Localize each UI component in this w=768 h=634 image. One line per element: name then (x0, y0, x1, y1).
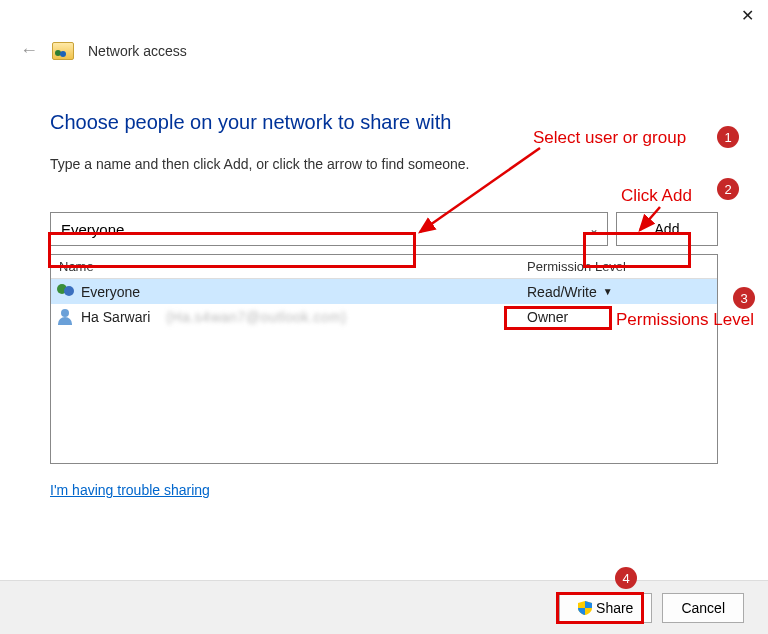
chevron-down-icon[interactable]: ⌄ (579, 222, 607, 236)
user-combobox[interactable]: ⌄ (50, 212, 608, 246)
footer: Share Cancel (0, 580, 768, 634)
row-name-text: Ha Sarwari (81, 309, 150, 325)
window-title: Network access (88, 43, 187, 59)
caret-down-icon: ▼ (603, 286, 613, 297)
svg-point-0 (55, 50, 61, 56)
row-name: Everyone (51, 284, 527, 300)
back-arrow-icon[interactable]: ← (20, 40, 38, 61)
titlebar: ✕ (0, 0, 768, 32)
permission-value: Read/Write (527, 284, 597, 300)
content: Choose people on your network to share w… (0, 61, 768, 508)
share-button-label: Share (596, 600, 633, 616)
row-permission: Owner (527, 309, 717, 325)
column-name[interactable]: Name (51, 259, 527, 274)
user-input[interactable] (51, 213, 579, 245)
cancel-button[interactable]: Cancel (662, 593, 744, 623)
share-button[interactable]: Share (559, 593, 652, 623)
page-heading: Choose people on your network to share w… (50, 111, 718, 134)
row-name: Ha Sarwari (Ha.s4wan7@outlook.com) (51, 309, 527, 325)
add-button[interactable]: Add (616, 212, 718, 246)
row-email-blurred: (Ha.s4wan7@outlook.com) (166, 309, 347, 325)
svg-point-1 (60, 51, 66, 57)
row-name-text: Everyone (81, 284, 140, 300)
column-permission[interactable]: Permission Level (527, 259, 717, 274)
list-header: Name Permission Level (51, 255, 717, 279)
list-row-user[interactable]: Ha Sarwari (Ha.s4wan7@outlook.com) Owner (51, 304, 717, 329)
row-permission[interactable]: Read/Write ▼ (527, 284, 717, 300)
list-row-everyone[interactable]: Everyone Read/Write ▼ (51, 279, 717, 304)
share-list: Name Permission Level Everyone Read/Writ… (50, 254, 718, 464)
shield-icon (578, 601, 592, 615)
instruction-text: Type a name and then click Add, or click… (50, 156, 718, 172)
header-row: ← Network access (0, 32, 768, 61)
folder-share-icon (52, 42, 74, 60)
close-icon[interactable]: ✕ (741, 8, 754, 24)
group-icon (57, 284, 75, 300)
user-input-row: ⌄ Add (50, 212, 718, 246)
permission-value: Owner (527, 309, 568, 325)
trouble-sharing-link[interactable]: I'm having trouble sharing (50, 482, 210, 498)
person-icon (57, 309, 75, 325)
permission-dropdown[interactable]: Read/Write ▼ (527, 284, 613, 300)
